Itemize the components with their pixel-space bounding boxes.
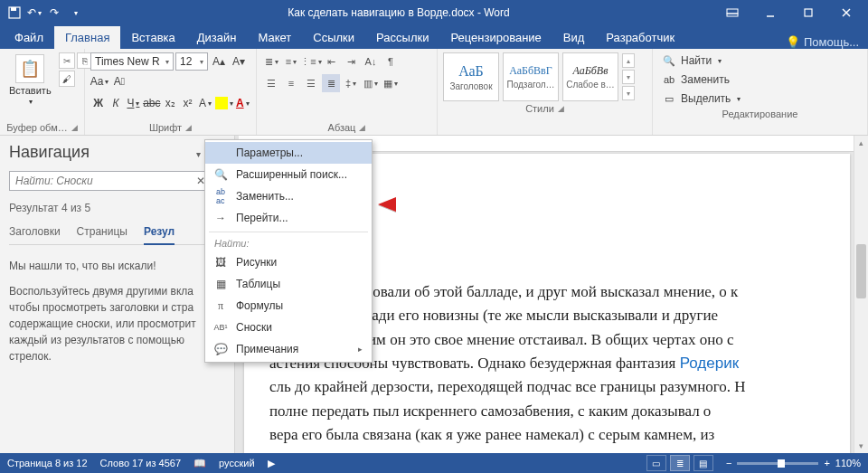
proofing-icon[interactable]: 📖 (193, 458, 206, 469)
dialog-launcher-icon[interactable]: ◢ (185, 123, 192, 132)
tab-references[interactable]: Ссылки (302, 26, 365, 49)
multilevel-icon[interactable]: ⋮≡▾ (302, 52, 320, 71)
font-family-combo[interactable]: Times New R▾ (90, 52, 174, 71)
svg-rect-1 (11, 7, 16, 11)
status-language[interactable]: русский (219, 458, 254, 468)
shrink-font-icon[interactable]: A▾ (230, 52, 248, 71)
dd-tables[interactable]: ▦ Таблицы (205, 273, 372, 295)
strike-button[interactable]: abc (143, 94, 160, 112)
nav-search-input[interactable] (10, 175, 192, 187)
maximize-button[interactable] (790, 0, 826, 25)
italic-button[interactable]: К (108, 94, 123, 112)
redo-icon[interactable]: ↷ (47, 5, 61, 20)
tab-design[interactable]: Дизайн (186, 26, 248, 49)
bullets-icon[interactable]: ≣▾ (262, 52, 280, 71)
tab-file[interactable]: Файл (4, 26, 54, 49)
dialog-launcher-icon[interactable]: ◢ (71, 123, 78, 132)
highlight-icon[interactable]: ▾ (215, 94, 233, 112)
decrease-indent-icon[interactable]: ⇤ (322, 52, 340, 71)
dd-goto[interactable]: → Перейти... (205, 207, 372, 229)
titlebar: ↶▾ ↷ ▾ Как сделать навигацию в Ворде.doc… (0, 0, 868, 25)
dialog-launcher-icon[interactable]: ◢ (359, 123, 365, 132)
font-size-combo[interactable]: 12▾ (175, 52, 208, 71)
clear-format-icon[interactable]: A⃠ (110, 72, 128, 90)
styles-scroll-down-icon[interactable]: ▾ (622, 70, 635, 84)
dd-options[interactable]: Параметры... (205, 142, 372, 164)
tab-home[interactable]: Главная (54, 26, 120, 49)
styles-more-icon[interactable]: ▾ (622, 86, 635, 100)
minimize-button[interactable] (752, 0, 788, 25)
save-icon[interactable] (7, 5, 22, 20)
sort-icon[interactable]: A↓ (362, 52, 380, 71)
paste-button[interactable]: 📋 Вставить ▾ (5, 52, 55, 108)
find-button[interactable]: 🔍Найти▾ (658, 52, 862, 69)
subscript-button[interactable]: x₂ (162, 94, 177, 112)
nav-tab-results[interactable]: Резул (144, 222, 175, 245)
zoom-slider[interactable] (737, 462, 818, 465)
scroll-thumb[interactable] (856, 244, 866, 298)
superscript-button[interactable]: x² (180, 94, 195, 112)
align-right-icon[interactable]: ☰ (302, 74, 320, 92)
tab-review[interactable]: Рецензирование (439, 26, 552, 49)
dd-find-label: Найти: (205, 235, 372, 251)
dd-formulas[interactable]: π Формулы (205, 295, 372, 317)
ribbon: 📋 Вставить ▾ ✂ ⎘ 🖌 Буфер обм…◢ Times New… (0, 49, 868, 136)
qat-customize-icon[interactable]: ▾ (69, 5, 83, 20)
align-left-icon[interactable]: ☰ (262, 74, 280, 92)
view-web-icon[interactable]: ▤ (693, 455, 713, 471)
show-marks-icon[interactable]: ¶ (382, 52, 400, 71)
tab-mailings[interactable]: Рассылки (365, 26, 439, 49)
grow-font-icon[interactable]: A▴ (210, 52, 228, 71)
scroll-down-icon[interactable]: ▾ (854, 439, 868, 453)
style-heading[interactable]: АаБ Заголовок (443, 52, 499, 101)
tab-layout[interactable]: Макет (247, 26, 302, 49)
tab-insert[interactable]: Вставка (120, 26, 185, 49)
bold-button[interactable]: Ж (90, 94, 106, 112)
dd-comments[interactable]: 💬 Примечания ▸ (205, 338, 372, 360)
format-painter-icon[interactable]: 🖌 (59, 71, 75, 87)
dd-replace[interactable]: abac Заменить... (205, 185, 372, 207)
separator (209, 232, 368, 232)
numbering-icon[interactable]: ≡▾ (282, 52, 300, 71)
undo-icon[interactable]: ↶▾ (27, 5, 42, 20)
zoom-level[interactable]: 110% (835, 458, 861, 468)
view-read-icon[interactable]: ▭ (646, 455, 666, 471)
borders-icon[interactable]: ▦▾ (382, 74, 400, 92)
change-case-icon[interactable]: Aa▾ (90, 72, 108, 90)
dd-advanced-find[interactable]: 🔍 Расширенный поиск... (205, 164, 372, 185)
increase-indent-icon[interactable]: ⇥ (342, 52, 360, 71)
font-color-icon[interactable]: A▾ (235, 94, 250, 112)
zoom-out-icon[interactable]: − (726, 458, 731, 468)
text-effects-icon[interactable]: A▾ (197, 94, 212, 112)
styles-scroll-up-icon[interactable]: ▴ (622, 53, 635, 68)
nav-tab-pages[interactable]: Страницы (77, 222, 127, 244)
ribbon-display-icon[interactable] (714, 0, 750, 25)
dd-footnotes[interactable]: AB¹ Сноски (205, 317, 372, 338)
view-print-icon[interactable]: ≣ (670, 455, 690, 471)
zoom-in-icon[interactable]: + (824, 458, 829, 468)
style-subheading[interactable]: АаБбВвГ Подзагол… (503, 52, 559, 101)
tell-me[interactable]: 💡 Помощь... (777, 35, 868, 49)
justify-icon[interactable]: ≣ (322, 74, 340, 92)
status-words[interactable]: Слово 17 из 4567 (100, 458, 182, 468)
tab-developer[interactable]: Разработчик (595, 26, 685, 49)
tab-view[interactable]: Вид (552, 26, 596, 49)
macro-icon[interactable]: ▶ (268, 458, 275, 469)
nav-tab-headings[interactable]: Заголовки (9, 222, 61, 244)
nav-dropdown-icon[interactable]: ▾ (196, 149, 201, 159)
line-spacing-icon[interactable]: ‡▾ (342, 74, 360, 92)
nav-search-box[interactable]: ✕ ▾ (9, 171, 225, 191)
status-page[interactable]: Страница 8 из 12 (7, 458, 88, 468)
dd-pictures[interactable]: 🖼 Рисунки (205, 251, 372, 273)
dialog-launcher-icon[interactable]: ◢ (558, 104, 564, 113)
close-button[interactable] (828, 0, 864, 25)
style-subtle[interactable]: АаБбВв Слабое в… (562, 52, 618, 101)
scroll-up-icon[interactable]: ▴ (854, 136, 868, 150)
shading-icon[interactable]: ▥▾ (362, 74, 380, 92)
vertical-scrollbar[interactable]: ▴ ▾ (854, 136, 868, 453)
select-button[interactable]: ▭Выделить▾ (658, 90, 862, 107)
align-center-icon[interactable]: ≡ (282, 74, 300, 92)
replace-button[interactable]: abЗаменить (658, 71, 862, 88)
underline-button[interactable]: Ч▾ (126, 94, 141, 112)
cut-icon[interactable]: ✂ (59, 52, 75, 69)
